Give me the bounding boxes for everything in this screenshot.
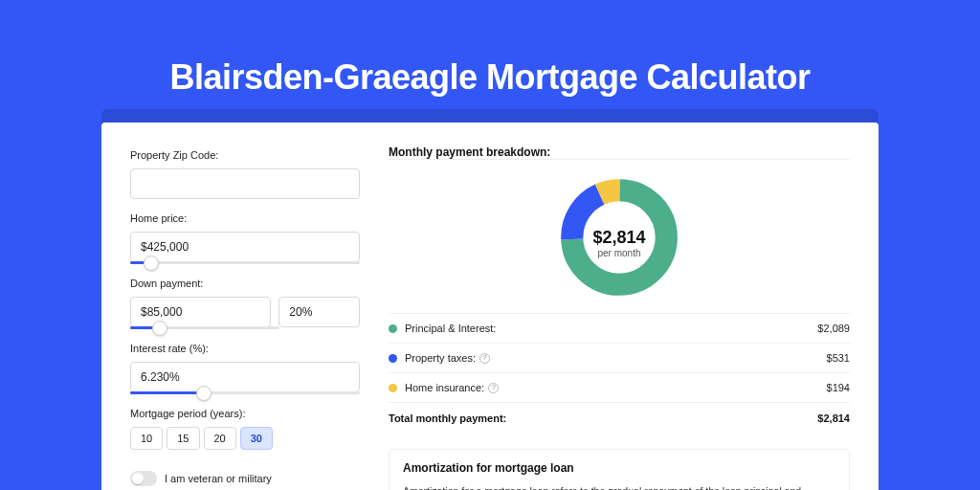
down-payment-label: Down payment: <box>130 278 360 289</box>
donut-sub: per month <box>592 248 645 258</box>
breakdown-column: Monthly payment breakdown: $2,814 per mo… <box>389 145 850 490</box>
legend-row: Home insurance:?$194 <box>389 372 850 402</box>
legend-label: Home insurance:? <box>405 382 827 393</box>
veteran-toggle[interactable] <box>130 471 157 486</box>
amortization-card: Amortization for mortgage loan Amortizat… <box>389 449 850 490</box>
info-icon[interactable]: ? <box>488 383 499 393</box>
legend-row: Principal & Interest:$2,089 <box>389 313 850 343</box>
legend-value: $2,089 <box>817 323 850 334</box>
donut-chart: $2,814 per month <box>389 169 850 313</box>
legend-label: Property taxes:? <box>405 352 827 364</box>
total-row: Total monthly payment: $2,814 <box>389 402 850 434</box>
donut-total: $2,814 <box>592 228 645 248</box>
interest-label: Interest rate (%): <box>130 343 360 354</box>
info-icon[interactable]: ? <box>479 353 490 364</box>
donut-center: $2,814 per month <box>592 228 645 258</box>
home-price-slider-thumb[interactable] <box>144 256 159 271</box>
down-payment-slider[interactable] <box>130 326 279 329</box>
legend-dot-icon <box>389 324 397 333</box>
legend-value: $194 <box>827 382 850 393</box>
home-price-slider[interactable] <box>130 261 360 264</box>
legend-label: Principal & Interest: <box>405 323 817 334</box>
calculator-frame: Property Zip Code: Home price: Down paym… <box>101 109 879 490</box>
down-payment-slider-thumb[interactable] <box>152 321 167 336</box>
period-option-10[interactable]: 10 <box>130 427 163 450</box>
interest-input[interactable] <box>130 362 360 392</box>
period-option-20[interactable]: 20 <box>204 427 236 450</box>
legend-dot-icon <box>389 354 397 363</box>
total-label: Total monthly payment: <box>389 412 506 424</box>
calculator-card: Property Zip Code: Home price: Down paym… <box>101 122 879 490</box>
interest-slider-fill <box>130 391 204 394</box>
total-value: $2,814 <box>817 412 850 424</box>
zip-label: Property Zip Code: <box>130 149 360 161</box>
legend-dot-icon <box>389 384 397 392</box>
down-payment-pct-input[interactable] <box>278 297 360 327</box>
legend-value: $531 <box>827 352 850 364</box>
breakdown-title: Monthly payment breakdown: <box>389 145 850 160</box>
period-option-30[interactable]: 30 <box>240 427 273 450</box>
home-price-label: Home price: <box>130 212 360 224</box>
interest-slider-thumb[interactable] <box>196 386 212 401</box>
amortization-title: Amortization for mortgage loan <box>403 461 835 475</box>
legend-row: Property taxes:?$531 <box>389 343 850 372</box>
period-option-15[interactable]: 15 <box>167 427 199 450</box>
period-label: Mortgage period (years): <box>130 408 360 419</box>
period-options: 10152030 <box>130 427 360 450</box>
veteran-label: I am veteran or military <box>165 473 272 484</box>
inputs-column: Property Zip Code: Home price: Down paym… <box>130 145 360 490</box>
zip-input[interactable] <box>130 168 360 199</box>
down-payment-input[interactable] <box>130 297 271 327</box>
page-title: Blairsden-Graeagle Mortgage Calculator <box>0 0 980 98</box>
amortization-body: Amortization for a mortgage loan refers … <box>403 484 835 490</box>
home-price-input[interactable] <box>130 232 360 262</box>
interest-slider[interactable] <box>130 391 360 394</box>
